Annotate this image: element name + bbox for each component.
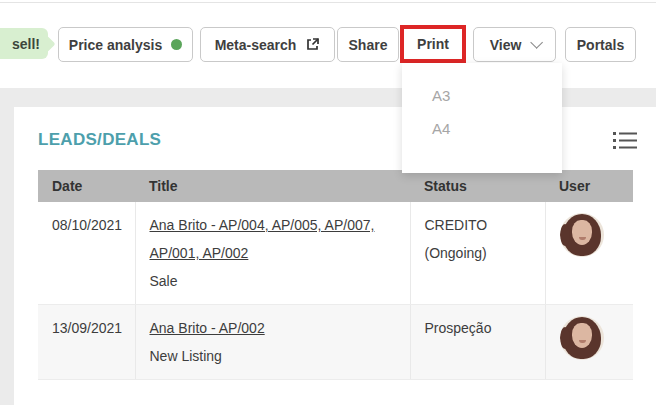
user-avatar[interactable] — [560, 213, 604, 257]
avatar-face — [572, 323, 592, 348]
menu-item-a4[interactable]: A4 — [402, 112, 562, 145]
top-divider — [0, 2, 656, 3]
cell-date: 08/10/2021 — [38, 202, 135, 305]
portals-button[interactable]: Portals — [565, 27, 636, 62]
sell-badge-label: sell! — [12, 36, 40, 52]
cell-title: Ana Brito - AP/004, AP/005, AP/007, AP/0… — [135, 202, 410, 305]
list-view-icon[interactable] — [612, 129, 638, 154]
avatar-smile — [579, 340, 586, 343]
view-button[interactable]: View — [473, 27, 556, 62]
column-header-user: User — [545, 170, 633, 202]
deal-title-link[interactable]: Ana Brito - AP/002 — [150, 320, 265, 336]
cell-user — [545, 305, 633, 380]
table-row: 13/09/2021 Ana Brito - AP/002 New Listin… — [38, 305, 633, 380]
table-header-row: Date Title Status User — [38, 170, 633, 202]
column-header-date: Date — [38, 170, 135, 202]
avatar-smile — [579, 237, 586, 240]
cell-status: CREDITO (Ongoing) — [410, 202, 545, 305]
table-row: 08/10/2021 Ana Brito - AP/004, AP/005, A… — [38, 202, 633, 305]
cell-date: 13/09/2021 — [38, 305, 135, 380]
print-button-highlighted[interactable]: Print — [400, 25, 466, 63]
column-header-status: Status — [410, 170, 545, 202]
page-title: LEADS/DEALS — [38, 130, 161, 150]
cell-status: Prospeção — [410, 305, 545, 380]
cell-user — [545, 202, 633, 305]
green-status-dot-icon — [171, 39, 182, 50]
print-dropdown-menu: A3 A4 — [402, 63, 562, 173]
external-link-icon — [305, 37, 320, 52]
share-button[interactable]: Share — [337, 27, 399, 62]
avatar-face — [572, 220, 592, 245]
column-header-title: Title — [135, 170, 410, 202]
share-label: Share — [349, 37, 388, 53]
price-analysis-label: Price analysis — [69, 37, 162, 53]
price-analysis-button[interactable]: Price analysis — [58, 27, 193, 62]
menu-item-a3[interactable]: A3 — [402, 79, 562, 112]
chevron-down-icon — [531, 36, 544, 49]
leads-deals-table: Date Title Status User 08/10/2021 Ana Br… — [38, 170, 633, 380]
meta-search-label: Meta-search — [215, 37, 297, 53]
deal-title-link[interactable]: Ana Brito - AP/004, AP/005, AP/007, AP/0… — [150, 217, 375, 261]
portals-label: Portals — [577, 37, 624, 53]
deal-subtitle: New Listing — [150, 342, 402, 370]
deal-subtitle: Sale — [150, 267, 402, 295]
meta-search-button[interactable]: Meta-search — [200, 27, 335, 62]
print-label: Print — [417, 36, 449, 52]
cell-title: Ana Brito - AP/002 New Listing — [135, 305, 410, 380]
view-label: View — [490, 37, 522, 53]
sell-badge[interactable]: sell! — [0, 28, 48, 59]
user-avatar[interactable] — [560, 316, 604, 360]
